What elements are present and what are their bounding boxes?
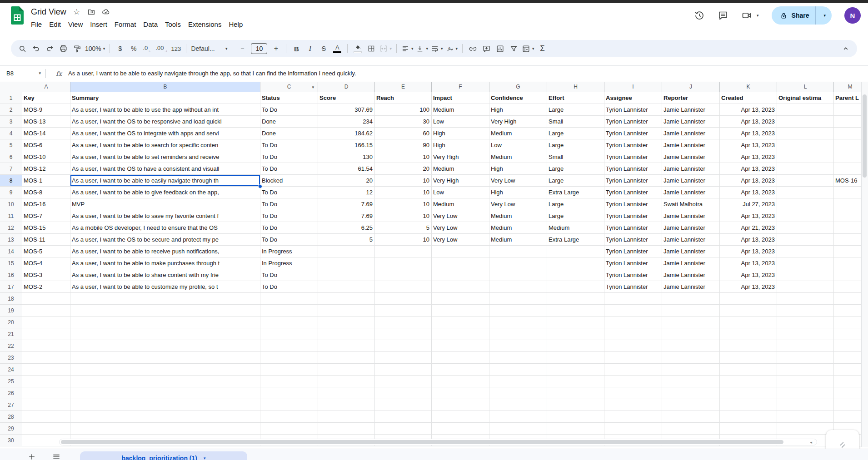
- cell-L1[interactable]: Original estima: [777, 92, 834, 104]
- cell-I22[interactable]: [604, 340, 662, 352]
- column-header-L[interactable]: L: [777, 82, 834, 92]
- cell-D29[interactable]: [318, 423, 375, 435]
- row-header-17[interactable]: 17: [0, 281, 22, 293]
- cell-D16[interactable]: [318, 269, 375, 281]
- cell-B25[interactable]: [70, 376, 260, 387]
- column-dropdown-icon[interactable]: ▾: [312, 85, 314, 89]
- cell-L14[interactable]: [777, 246, 834, 257]
- cell-M11[interactable]: [834, 210, 861, 222]
- all-sheets-icon[interactable]: [52, 452, 61, 460]
- cell-L25[interactable]: [777, 376, 834, 387]
- cell-E4[interactable]: 60: [375, 128, 432, 139]
- cell-D26[interactable]: [318, 387, 375, 399]
- cell-I18[interactable]: [604, 293, 662, 305]
- decrease-font-size-button[interactable]: −: [235, 42, 249, 55]
- cell-A3[interactable]: MOS-13: [22, 116, 70, 128]
- cell-L19[interactable]: [777, 305, 834, 317]
- cell-E10[interactable]: 10: [375, 198, 432, 210]
- increase-decimal-icon[interactable]: .00→: [154, 42, 169, 55]
- cell-E8[interactable]: 10: [375, 175, 432, 187]
- version-history-icon[interactable]: [694, 10, 705, 21]
- cell-H21[interactable]: [547, 328, 604, 340]
- cell-K11[interactable]: Apr 13, 2023: [720, 210, 777, 222]
- cell-H25[interactable]: [547, 376, 604, 387]
- column-header-H[interactable]: H: [547, 82, 604, 92]
- horizontal-scrollbar[interactable]: ◂: [59, 439, 817, 445]
- cell-L24[interactable]: [777, 364, 834, 376]
- cell-I4[interactable]: Tyrion Lannister: [604, 128, 662, 139]
- cell-J10[interactable]: Swati Malhotra: [662, 198, 720, 210]
- cell-J1[interactable]: Reporter: [662, 92, 720, 104]
- selection-fill-handle[interactable]: [258, 184, 262, 188]
- cell-B23[interactable]: [70, 352, 260, 364]
- format-currency-icon[interactable]: $: [113, 42, 127, 55]
- hide-menus-icon[interactable]: [839, 42, 853, 55]
- cell-K27[interactable]: [720, 399, 777, 411]
- document-title[interactable]: Grid View: [31, 7, 66, 17]
- cell-I27[interactable]: [604, 399, 662, 411]
- row-header-9[interactable]: 9: [0, 187, 22, 198]
- cell-D9[interactable]: 12: [318, 187, 375, 198]
- cell-M3[interactable]: [834, 116, 861, 128]
- cell-F1[interactable]: Impact: [432, 92, 489, 104]
- cell-K20[interactable]: [720, 317, 777, 328]
- cell-C1[interactable]: Status: [260, 92, 318, 104]
- cell-G4[interactable]: Medium: [489, 128, 547, 139]
- menu-help[interactable]: Help: [225, 19, 246, 30]
- cell-I1[interactable]: Assignee: [604, 92, 662, 104]
- cell-E18[interactable]: [375, 293, 432, 305]
- cell-I26[interactable]: [604, 387, 662, 399]
- cell-G10[interactable]: Very Low: [489, 198, 547, 210]
- menu-edit[interactable]: Edit: [45, 19, 65, 30]
- filter-views-icon[interactable]: ▾: [520, 42, 536, 55]
- cell-J22[interactable]: [662, 340, 720, 352]
- sheets-logo-icon[interactable]: [11, 6, 24, 25]
- cell-G5[interactable]: Low: [489, 139, 547, 151]
- join-call-control[interactable]: ▾: [741, 10, 759, 21]
- cell-B24[interactable]: [70, 364, 260, 376]
- cell-E27[interactable]: [375, 399, 432, 411]
- cell-F26[interactable]: [432, 387, 489, 399]
- cell-B17[interactable]: As a user, I want to be able to customiz…: [70, 281, 260, 293]
- cell-I29[interactable]: [604, 423, 662, 435]
- row-header-1[interactable]: 1: [0, 92, 22, 104]
- cell-M25[interactable]: [834, 376, 861, 387]
- cell-H17[interactable]: [547, 281, 604, 293]
- cell-F21[interactable]: [432, 328, 489, 340]
- cell-I25[interactable]: [604, 376, 662, 387]
- redo-icon[interactable]: [43, 42, 56, 55]
- add-sheet-icon[interactable]: [27, 452, 36, 460]
- cell-G27[interactable]: [489, 399, 547, 411]
- chevron-down-icon[interactable]: ▾: [757, 14, 759, 18]
- cell-B1[interactable]: Summary: [70, 92, 260, 104]
- cell-A29[interactable]: [22, 423, 70, 435]
- undo-icon[interactable]: [29, 42, 43, 55]
- cell-L16[interactable]: [777, 269, 834, 281]
- cell-C13[interactable]: To Do: [260, 234, 318, 246]
- cell-K15[interactable]: Apr 13, 2023: [720, 257, 777, 269]
- cell-A12[interactable]: MOS-15: [22, 222, 70, 234]
- cell-B9[interactable]: As a user, I want to be able to give fee…: [70, 187, 260, 198]
- cell-K23[interactable]: [720, 352, 777, 364]
- cell-J4[interactable]: Jamie Lannister: [662, 128, 720, 139]
- row-header-27[interactable]: 27: [0, 399, 22, 411]
- cell-L15[interactable]: [777, 257, 834, 269]
- cell-G19[interactable]: [489, 305, 547, 317]
- font-size-input[interactable]: 10: [251, 43, 267, 54]
- cell-A19[interactable]: [22, 305, 70, 317]
- cell-B29[interactable]: [70, 423, 260, 435]
- account-avatar[interactable]: N: [844, 7, 861, 24]
- cell-G21[interactable]: [489, 328, 547, 340]
- menu-extensions[interactable]: Extensions: [185, 19, 225, 30]
- cell-H6[interactable]: Small: [547, 151, 604, 163]
- cell-J24[interactable]: [662, 364, 720, 376]
- cell-B10[interactable]: MVP: [70, 198, 260, 210]
- row-header-29[interactable]: 29: [0, 423, 22, 435]
- cell-A2[interactable]: MOS-9: [22, 104, 70, 116]
- cell-C21[interactable]: [260, 328, 318, 340]
- video-camera-icon[interactable]: [741, 10, 752, 21]
- cell-H27[interactable]: [547, 399, 604, 411]
- cell-E24[interactable]: [375, 364, 432, 376]
- cell-G17[interactable]: [489, 281, 547, 293]
- cell-G3[interactable]: Very High: [489, 116, 547, 128]
